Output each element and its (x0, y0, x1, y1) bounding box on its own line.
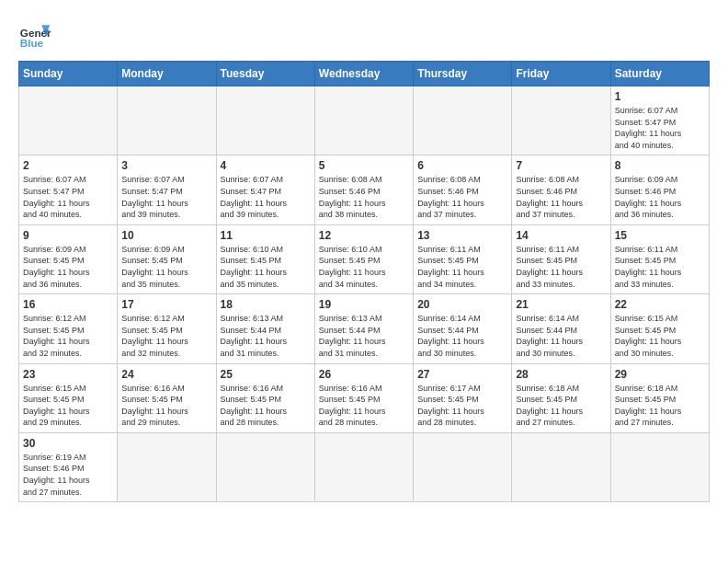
day-number: 13 (417, 229, 507, 242)
calendar-week-5: 30Sunrise: 6:19 AM Sunset: 5:46 PM Dayli… (19, 432, 710, 501)
calendar-cell: 12Sunrise: 6:10 AM Sunset: 5:45 PM Dayli… (314, 224, 413, 293)
calendar-cell: 18Sunrise: 6:13 AM Sunset: 5:44 PM Dayli… (216, 294, 314, 363)
calendar-week-0: 1Sunrise: 6:07 AM Sunset: 5:47 PM Daylig… (19, 86, 710, 155)
day-number: 21 (516, 298, 606, 311)
day-info: Sunrise: 6:07 AM Sunset: 5:47 PM Dayligh… (121, 174, 211, 220)
day-info: Sunrise: 6:12 AM Sunset: 5:45 PM Dayligh… (23, 313, 113, 359)
calendar-cell: 2Sunrise: 6:07 AM Sunset: 5:47 PM Daylig… (19, 155, 118, 224)
calendar-cell: 27Sunrise: 6:17 AM Sunset: 5:45 PM Dayli… (414, 363, 512, 432)
day-info: Sunrise: 6:17 AM Sunset: 5:45 PM Dayligh… (417, 383, 507, 429)
calendar-cell: 15Sunrise: 6:11 AM Sunset: 5:45 PM Dayli… (610, 224, 709, 293)
day-number: 12 (319, 229, 409, 242)
calendar-cell (414, 432, 512, 501)
day-number: 16 (23, 298, 113, 311)
day-number: 18 (221, 298, 311, 311)
calendar-cell (314, 86, 413, 155)
calendar-cell: 10Sunrise: 6:09 AM Sunset: 5:45 PM Dayli… (118, 224, 216, 293)
calendar-cell: 22Sunrise: 6:15 AM Sunset: 5:45 PM Dayli… (610, 294, 709, 363)
calendar-cell: 19Sunrise: 6:13 AM Sunset: 5:44 PM Dayli… (314, 294, 413, 363)
dow-friday: Friday (512, 62, 610, 86)
calendar-cell: 13Sunrise: 6:11 AM Sunset: 5:45 PM Dayli… (414, 224, 512, 293)
day-number: 19 (319, 298, 409, 311)
calendar-cell: 29Sunrise: 6:18 AM Sunset: 5:45 PM Dayli… (610, 363, 709, 432)
day-info: Sunrise: 6:13 AM Sunset: 5:44 PM Dayligh… (319, 313, 409, 359)
day-info: Sunrise: 6:12 AM Sunset: 5:45 PM Dayligh… (121, 313, 211, 359)
day-info: Sunrise: 6:09 AM Sunset: 5:45 PM Dayligh… (23, 244, 113, 290)
day-info: Sunrise: 6:09 AM Sunset: 5:45 PM Dayligh… (121, 244, 211, 290)
calendar-cell: 16Sunrise: 6:12 AM Sunset: 5:45 PM Dayli… (19, 294, 118, 363)
dow-tuesday: Tuesday (216, 62, 314, 86)
day-info: Sunrise: 6:15 AM Sunset: 5:45 PM Dayligh… (615, 313, 705, 359)
day-number: 1 (615, 90, 705, 103)
calendar-cell (512, 86, 610, 155)
dow-saturday: Saturday (610, 62, 709, 86)
day-info: Sunrise: 6:16 AM Sunset: 5:45 PM Dayligh… (121, 383, 211, 429)
day-info: Sunrise: 6:16 AM Sunset: 5:45 PM Dayligh… (319, 383, 409, 429)
day-number: 14 (516, 229, 606, 242)
calendar-week-3: 16Sunrise: 6:12 AM Sunset: 5:45 PM Dayli… (19, 294, 710, 363)
day-info: Sunrise: 6:08 AM Sunset: 5:46 PM Dayligh… (516, 174, 606, 220)
calendar-cell (610, 432, 709, 501)
day-number: 6 (417, 159, 507, 172)
day-info: Sunrise: 6:08 AM Sunset: 5:46 PM Dayligh… (319, 174, 409, 220)
calendar-week-1: 2Sunrise: 6:07 AM Sunset: 5:47 PM Daylig… (19, 155, 710, 224)
dow-sunday: Sunday (19, 62, 118, 86)
calendar-table: SundayMondayTuesdayWednesdayThursdayFrid… (18, 61, 710, 502)
day-info: Sunrise: 6:11 AM Sunset: 5:45 PM Dayligh… (615, 244, 705, 290)
day-info: Sunrise: 6:16 AM Sunset: 5:45 PM Dayligh… (221, 383, 311, 429)
day-number: 7 (516, 159, 606, 172)
calendar-cell: 14Sunrise: 6:11 AM Sunset: 5:45 PM Dayli… (512, 224, 610, 293)
calendar-week-2: 9Sunrise: 6:09 AM Sunset: 5:45 PM Daylig… (19, 224, 710, 293)
day-number: 8 (615, 159, 705, 172)
calendar-cell: 7Sunrise: 6:08 AM Sunset: 5:46 PM Daylig… (512, 155, 610, 224)
calendar-cell: 26Sunrise: 6:16 AM Sunset: 5:45 PM Dayli… (314, 363, 413, 432)
calendar-cell: 28Sunrise: 6:18 AM Sunset: 5:45 PM Dayli… (512, 363, 610, 432)
calendar-cell (118, 432, 216, 501)
calendar-cell: 24Sunrise: 6:16 AM Sunset: 5:45 PM Dayli… (118, 363, 216, 432)
calendar-cell: 25Sunrise: 6:16 AM Sunset: 5:45 PM Dayli… (216, 363, 314, 432)
day-info: Sunrise: 6:07 AM Sunset: 5:47 PM Dayligh… (23, 174, 113, 220)
day-info: Sunrise: 6:13 AM Sunset: 5:44 PM Dayligh… (221, 313, 311, 359)
calendar-cell: 20Sunrise: 6:14 AM Sunset: 5:44 PM Dayli… (414, 294, 512, 363)
day-info: Sunrise: 6:08 AM Sunset: 5:46 PM Dayligh… (417, 174, 507, 220)
day-info: Sunrise: 6:14 AM Sunset: 5:44 PM Dayligh… (417, 313, 507, 359)
day-info: Sunrise: 6:19 AM Sunset: 5:46 PM Dayligh… (23, 452, 113, 498)
day-number: 29 (615, 368, 705, 381)
calendar-cell: 4Sunrise: 6:07 AM Sunset: 5:47 PM Daylig… (216, 155, 314, 224)
calendar-cell (414, 86, 512, 155)
day-info: Sunrise: 6:10 AM Sunset: 5:45 PM Dayligh… (319, 244, 409, 290)
dow-thursday: Thursday (414, 62, 512, 86)
day-number: 30 (23, 437, 113, 450)
calendar-cell (216, 432, 314, 501)
calendar-cell (512, 432, 610, 501)
calendar-cell: 23Sunrise: 6:15 AM Sunset: 5:45 PM Dayli… (19, 363, 118, 432)
calendar-cell: 8Sunrise: 6:09 AM Sunset: 5:46 PM Daylig… (610, 155, 709, 224)
calendar-week-4: 23Sunrise: 6:15 AM Sunset: 5:45 PM Dayli… (19, 363, 710, 432)
day-info: Sunrise: 6:15 AM Sunset: 5:45 PM Dayligh… (23, 383, 113, 429)
calendar-cell (118, 86, 216, 155)
calendar-cell (216, 86, 314, 155)
svg-text:Blue: Blue (20, 37, 44, 49)
day-info: Sunrise: 6:07 AM Sunset: 5:47 PM Dayligh… (615, 105, 705, 151)
day-number: 10 (121, 229, 211, 242)
day-number: 17 (121, 298, 211, 311)
calendar-cell: 30Sunrise: 6:19 AM Sunset: 5:46 PM Dayli… (19, 432, 118, 501)
day-info: Sunrise: 6:18 AM Sunset: 5:45 PM Dayligh… (516, 383, 606, 429)
day-info: Sunrise: 6:10 AM Sunset: 5:45 PM Dayligh… (221, 244, 311, 290)
day-number: 9 (23, 229, 113, 242)
logo-icon: General Blue (18, 18, 51, 52)
day-number: 28 (516, 368, 606, 381)
calendar-cell (19, 86, 118, 155)
calendar-cell: 3Sunrise: 6:07 AM Sunset: 5:47 PM Daylig… (118, 155, 216, 224)
dow-wednesday: Wednesday (314, 62, 413, 86)
day-number: 3 (121, 159, 211, 172)
day-number: 4 (221, 159, 311, 172)
day-number: 22 (615, 298, 705, 311)
calendar-cell: 5Sunrise: 6:08 AM Sunset: 5:46 PM Daylig… (314, 155, 413, 224)
day-number: 26 (319, 368, 409, 381)
calendar-cell: 1Sunrise: 6:07 AM Sunset: 5:47 PM Daylig… (610, 86, 709, 155)
day-info: Sunrise: 6:11 AM Sunset: 5:45 PM Dayligh… (516, 244, 606, 290)
calendar-cell: 11Sunrise: 6:10 AM Sunset: 5:45 PM Dayli… (216, 224, 314, 293)
day-info: Sunrise: 6:07 AM Sunset: 5:47 PM Dayligh… (221, 174, 311, 220)
day-number: 25 (221, 368, 311, 381)
